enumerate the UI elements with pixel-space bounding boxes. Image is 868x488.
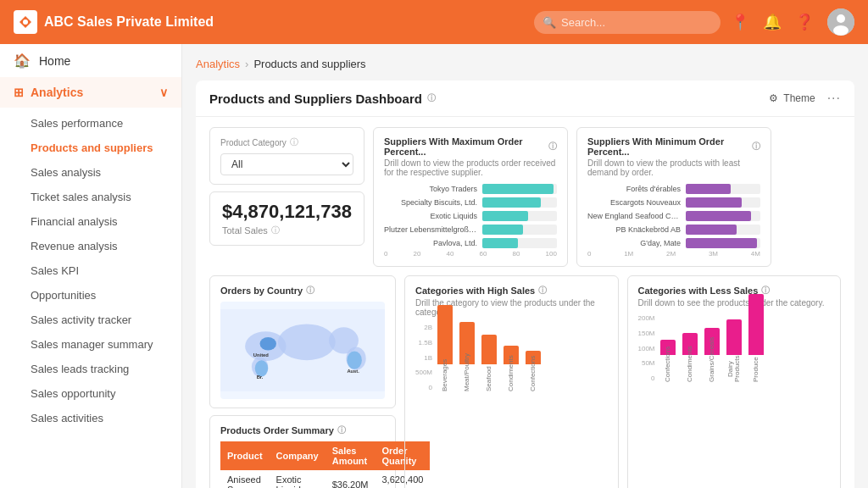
cell-product-1: Aniseed Syrup [220,470,270,488]
more-options-button[interactable]: ··· [827,91,841,106]
sidebar-item-financial[interactable]: Financial analysis [14,209,181,234]
top-row: Product Category ⓘ All Beverages Condime… [209,127,841,267]
bar-row-3: Exotic Liquids [384,211,557,221]
main-layout: 🏠 Home ⊞ Analytics ∨ Sales performance P… [0,44,868,488]
col-sales: Sales Amount [326,441,376,470]
vbar-condiments: Condiments [504,346,519,391]
topnav: ABC Sales Private Limited 🔍 📍 🔔 ❓ [0,0,868,44]
table-info[interactable]: ⓘ [337,424,346,436]
min-order-bars: Forêts d'érables Escargots Nouveaux New … [587,184,760,248]
total-sales-card: $4,870,121,738 Total Sales ⓘ [209,191,364,246]
filter-label: Product Category ⓘ [220,136,353,148]
home-icon: 🏠 [14,53,31,69]
cell-sales-1: $36.20M [326,470,376,488]
min-order-title: Suppliers With Minimum Order Percent... … [587,136,760,157]
orders-by-country-map: Orders by Country ⓘ [209,275,396,408]
total-sales-label: Total Sales ⓘ [222,225,352,236]
vbar-grains: Grains/Cereals [704,328,720,382]
min-order-sub: Drill down to view the products with lea… [587,158,760,177]
product-category-filter: Product Category ⓘ All Beverages Condime… [209,127,364,185]
breadcrumb-root[interactable]: Analytics [196,58,240,70]
sidebar-analytics-section[interactable]: ⊞ Analytics ∨ [0,77,181,108]
vbar-condiments-2: Condiments [682,333,698,382]
map-info[interactable]: ⓘ [306,285,314,297]
vbar-confections: Confections [526,351,541,391]
svg-text:Br.: Br. [257,374,264,380]
sidebar-item-sales-performance[interactable]: Sales performance [14,111,181,136]
svg-point-10 [260,337,276,351]
table-header-row: Product Company Sales Amount Order Quani… [220,441,430,470]
location-icon[interactable]: 📍 [731,13,749,31]
svg-point-6 [278,324,336,360]
high-sales-info[interactable]: ⓘ [538,285,547,297]
col-product: Product [220,441,270,470]
avatar[interactable] [827,8,854,36]
cell-company-1: Exotic Liquids [270,470,326,488]
sidebar-item-sales-activities[interactable]: Sales activities [14,406,181,430]
breadcrumb-current: Products and suppliers [253,58,365,70]
dashboard: Products and Suppliers Dashboard ⓘ ⚙ The… [196,80,854,488]
left-controls: Product Category ⓘ All Beverages Condime… [209,127,364,267]
analytics-icon: ⊞ [14,86,24,99]
search-input[interactable] [534,11,721,34]
sidebar-item-opportunities[interactable]: Opportunities [14,283,181,308]
bottom-row: Orders by Country ⓘ [209,275,841,488]
sidebar-item-activity-tracker[interactable]: Sales activity tracker [14,308,181,332]
min-bar-row-1: Forêts d'érables [587,184,760,194]
svg-point-14 [347,351,361,369]
vbar-produce: Produce [748,294,764,382]
filter-info-icon[interactable]: ⓘ [290,136,298,148]
app-logo: ABC Sales Private Limited [14,10,214,34]
total-sales-info[interactable]: ⓘ [271,225,280,236]
max-order-title: Suppliers With Maximum Order Percent... … [384,136,557,157]
bell-icon[interactable]: 🔔 [763,13,782,31]
sidebar-item-leads-tracking[interactable]: Sales leads tracking [14,357,181,381]
bar-row-5: Pavlova, Ltd. [384,238,557,248]
dashboard-body: Product Category ⓘ All Beverages Condime… [196,117,854,488]
min-order-chart: Suppliers With Minimum Order Percent... … [576,127,771,267]
gear-icon: ⚙ [769,92,778,104]
vbar-seafood: Seafood [481,335,497,391]
sidebar-item-home[interactable]: 🏠 Home [0,44,181,77]
table-row: Aniseed Syrup Exotic Liquids $36.20M 3,6… [220,470,430,488]
breadcrumb: Analytics › Products and suppliers [196,58,854,70]
bar-row-4: Plutzer Lebensmittelgroßmärkte AG [384,225,557,235]
svg-point-3 [833,25,849,36]
svg-text:Aust.: Aust. [347,369,359,374]
theme-button[interactable]: ⚙ Theme [769,92,815,104]
dashboard-title-info[interactable]: ⓘ [427,92,436,104]
sidebar-item-products-suppliers[interactable]: Products and suppliers [14,136,181,160]
high-sales-visual: 2B1.5B1B500M0 Beverages Mea [415,324,608,391]
chevron-down-icon: ∨ [159,86,168,99]
max-order-info[interactable]: ⓘ [548,141,557,152]
sidebar-item-sales-analysis[interactable]: Sales analysis [14,160,181,185]
less-sales-sub: Drill down to see the products under the… [638,298,831,308]
category-select[interactable]: All Beverages Condiments Confections [220,153,353,175]
sidebar-item-revenue[interactable]: Revenue analysis [14,234,181,258]
high-sales-y-axis: 2B1.5B1B500M0 [415,324,432,391]
sidebar: 🏠 Home ⊞ Analytics ∨ Sales performance P… [0,44,182,488]
sidebar-sub-menu: Sales performance Products and suppliers… [0,108,181,434]
sidebar-item-sales-kpi[interactable]: Sales KPI [14,258,181,283]
col-company: Company [270,441,326,470]
dashboard-header-actions: ⚙ Theme ··· [769,91,841,106]
min-order-info[interactable]: ⓘ [752,141,760,152]
sidebar-item-ticket-sales[interactable]: Ticket sales analysis [14,185,181,209]
svg-point-2 [837,14,845,23]
search-wrap: 🔍 [534,11,721,34]
left-column: Orders by Country ⓘ [209,275,396,488]
sidebar-item-manager-summary[interactable]: Sales manager summary [14,332,181,357]
min-bar-row-3: New England Seafood Cannery [587,211,760,221]
help-icon[interactable]: ❓ [795,13,814,31]
min-bar-row-5: G'day, Mate [587,238,760,248]
sidebar-item-sales-opportunity[interactable]: Sales opportunity [14,381,181,406]
total-sales-value: $4,870,121,738 [222,201,352,223]
vbar-meat: Meat/Poultry [459,322,475,391]
high-sales-chart: Categories with High Sales ⓘ Drill the c… [404,275,619,488]
sidebar-home-label: Home [39,54,70,68]
products-order-summary: Products Order Summary ⓘ Product Company… [209,415,396,488]
high-sales-bars: Beverages Meat/Poultry Seafood [437,324,541,391]
bar-row-2: Specialty Biscuits, Ltd. [384,197,557,208]
products-table: Product Company Sales Amount Order Quani… [220,441,430,488]
logo-icon [14,10,37,34]
